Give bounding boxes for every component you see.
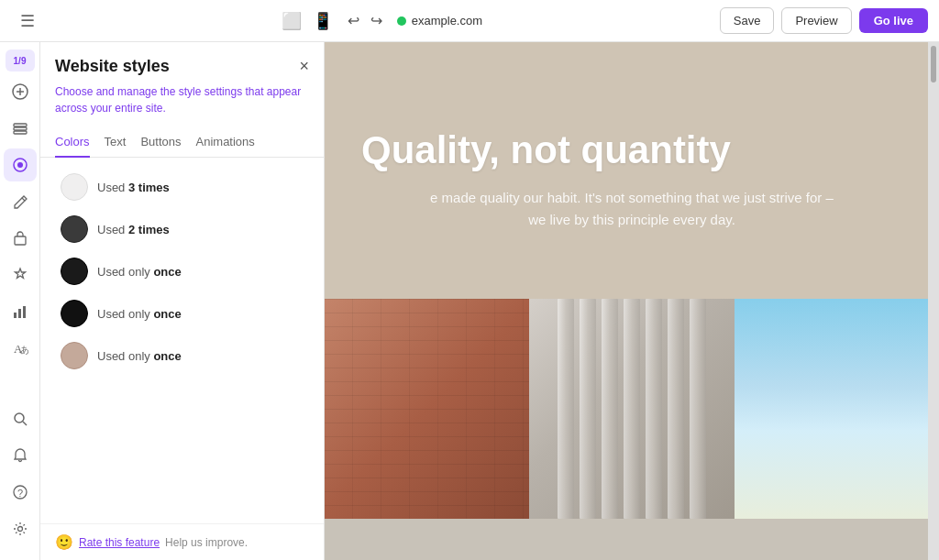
color-swatch-1: [61, 215, 88, 243]
svg-line-15: [23, 422, 27, 425]
hero-subtitle: e made quality our habit. It's not somet…: [430, 187, 834, 231]
panel-subtitle-end: .: [162, 102, 165, 115]
panel-title: Website styles: [55, 57, 170, 76]
fin-2: [580, 299, 596, 519]
hero-title: Quality, not quantity: [361, 128, 902, 172]
panel-subtitle: Choose and manage the style settings tha…: [40, 83, 324, 127]
sky-texture: [735, 299, 939, 519]
preview-button[interactable]: Preview: [781, 7, 851, 34]
hero-section: Quality, not quantity e made quality our…: [325, 42, 939, 299]
topbar: ☰ ⬜ 📱 ↩ ↪ example.com Save Preview Go li…: [0, 0, 939, 42]
svg-rect-8: [15, 236, 26, 245]
notification-icon[interactable]: [4, 439, 37, 472]
search-bottom-icon[interactable]: [4, 402, 37, 435]
desktop-icon[interactable]: ⬜: [282, 11, 302, 31]
fin-1: [558, 299, 574, 519]
color-swatch-3: [61, 300, 88, 327]
panel-header: Website styles ×: [40, 42, 324, 83]
fin-5: [646, 299, 662, 519]
panel-subtitle-link[interactable]: entire site: [115, 102, 162, 115]
svg-rect-5: [14, 131, 27, 134]
domain-indicator: example.com: [397, 14, 482, 27]
svg-rect-3: [14, 124, 27, 126]
tab-text[interactable]: Text: [105, 127, 127, 158]
redo-button[interactable]: ↪: [367, 8, 386, 33]
tab-colors[interactable]: Colors: [55, 127, 90, 158]
settings-icon[interactable]: [4, 512, 37, 545]
color-item-1[interactable]: Used 2 times: [48, 209, 316, 249]
canvas-area: Quality, not quantity e made quality our…: [325, 42, 939, 560]
color-item-0[interactable]: Used 3 times: [48, 167, 316, 207]
smiley-icon: 🙂: [55, 533, 73, 551]
topbar-center: ⬜ 📱 ↩ ↪ example.com: [282, 8, 482, 33]
panel-tabs: Colors Text Buttons Animations: [40, 127, 324, 158]
rate-feature-link[interactable]: Rate this feature: [79, 536, 160, 549]
panel-subtitle-text: Choose and manage the style settings tha…: [55, 85, 301, 115]
mobile-icon[interactable]: 📱: [313, 11, 333, 31]
brick-lines-overlay: [325, 299, 529, 519]
canvas-scrollbar-thumb[interactable]: [931, 46, 936, 82]
icon-strip: 1/9 Aあ: [0, 42, 40, 560]
panel-close-button[interactable]: ×: [299, 57, 309, 76]
fin-6: [668, 299, 684, 519]
color-item-2[interactable]: Used only once: [48, 251, 316, 291]
save-button[interactable]: Save: [720, 7, 775, 34]
styles-icon[interactable]: [4, 148, 37, 181]
color-item-4[interactable]: Used only once: [48, 335, 316, 376]
fin-3: [602, 299, 618, 519]
color-swatch-4: [61, 342, 88, 369]
undo-redo-group: ↩ ↪: [344, 8, 386, 33]
main-area: 1/9 Aあ: [0, 42, 939, 560]
help-icon[interactable]: ?: [4, 476, 37, 509]
svg-rect-9: [14, 313, 17, 318]
store-icon[interactable]: [4, 222, 37, 255]
tab-buttons[interactable]: Buttons: [140, 127, 181, 158]
version-badge[interactable]: 1/9: [6, 49, 35, 71]
add-icon[interactable]: [4, 75, 37, 108]
fin-7: [690, 299, 706, 519]
analytics-icon[interactable]: [4, 295, 37, 328]
icon-strip-bottom: ?: [4, 402, 37, 553]
canvas-content: Quality, not quantity e made quality our…: [325, 42, 939, 560]
color-list: Used 3 times Used 2 times Used only once…: [40, 158, 324, 523]
canvas-scrollbar[interactable]: [928, 42, 939, 560]
multilingual-icon[interactable]: Aあ: [4, 332, 37, 365]
concrete-fins: [558, 299, 706, 519]
svg-point-14: [15, 413, 24, 423]
golive-button[interactable]: Go live: [859, 8, 928, 33]
topbar-right: Save Preview Go live: [720, 7, 928, 34]
tab-animations[interactable]: Animations: [196, 127, 255, 158]
color-label-3: Used only once: [97, 307, 182, 321]
layers-icon[interactable]: [4, 112, 37, 145]
fin-4: [624, 299, 640, 519]
color-label-0: Used 3 times: [97, 181, 170, 194]
color-label-2: Used only once: [97, 265, 182, 279]
topbar-left: ☰: [11, 5, 44, 38]
website-styles-panel: Website styles × Choose and manage the s…: [40, 42, 325, 560]
color-label-4: Used only once: [97, 349, 182, 363]
color-item-3[interactable]: Used only once: [48, 293, 316, 334]
svg-point-18: [17, 527, 22, 532]
image-grid: [325, 299, 939, 519]
hamburger-icon[interactable]: ☰: [11, 5, 44, 38]
svg-text:あ: あ: [20, 345, 28, 355]
ai-icon[interactable]: [4, 258, 37, 291]
edit-icon[interactable]: [4, 185, 37, 218]
domain-status-dot: [397, 16, 406, 26]
panel-footer: 🙂 Rate this feature Help us improve.: [40, 523, 324, 560]
svg-rect-10: [18, 309, 21, 318]
help-text: Help us improve.: [165, 536, 248, 549]
icon-strip-top: 1/9 Aあ: [4, 49, 37, 365]
svg-point-7: [17, 162, 23, 168]
svg-rect-11: [23, 306, 26, 318]
domain-text: example.com: [412, 14, 482, 27]
svg-text:?: ?: [17, 488, 23, 499]
img-block-sky: [735, 299, 939, 519]
svg-rect-4: [14, 127, 27, 130]
color-swatch-2: [61, 258, 88, 285]
undo-button[interactable]: ↩: [344, 8, 363, 33]
color-label-1: Used 2 times: [97, 223, 170, 236]
color-swatch-0: [61, 173, 88, 201]
img-block-concrete: [529, 299, 734, 519]
img-block-brick: [325, 299, 529, 519]
